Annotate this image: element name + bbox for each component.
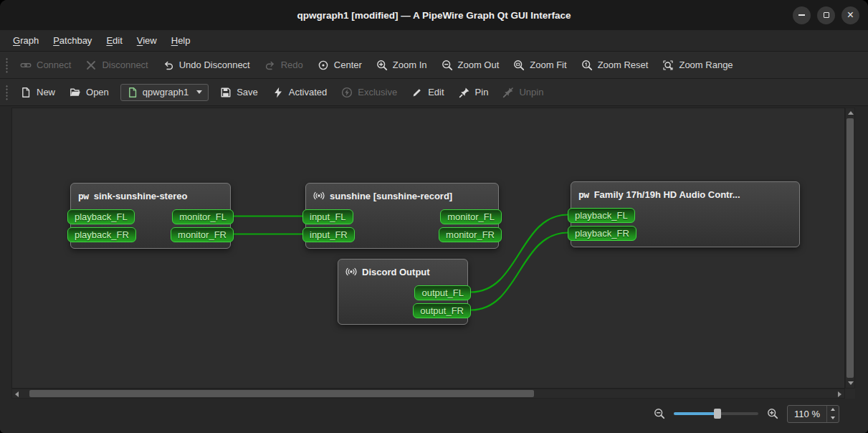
menu-graph[interactable]: Graph: [6, 30, 46, 51]
vertical-scroll-track[interactable]: [846, 118, 854, 379]
port-output_FR[interactable]: output_FR: [413, 303, 471, 318]
port-monitor_FL[interactable]: monitor_FL: [440, 209, 502, 224]
node-title-text: sink-sunshine-stereo: [94, 191, 188, 201]
node-discord[interactable]: Discord Outputoutput_FLoutput_FR: [338, 259, 468, 325]
maximize-icon: [824, 12, 829, 18]
zoom-slider-handle[interactable]: [714, 409, 721, 419]
port-output_FL[interactable]: output_FL: [414, 285, 471, 300]
horizontal-scroll-track[interactable]: [22, 389, 835, 398]
minimize-icon: [798, 14, 805, 16]
zoom-out-icon: [442, 60, 453, 71]
toolbar-item-label: Zoom Reset: [598, 60, 649, 70]
toolbar-item-label: Open: [86, 87, 109, 97]
menu-label: Edit: [106, 35, 122, 46]
node-family[interactable]: pwFamily 17h/19h HD Audio Contr...playba…: [571, 181, 800, 247]
toolbar-item-redo: Redo: [259, 56, 309, 75]
pipewire-icon: pw: [578, 189, 589, 200]
minimize-button[interactable]: [793, 6, 811, 24]
app-window: qpwgraph1 [modified] — A PipeWire Graph …: [0, 0, 868, 433]
redo-icon: [264, 60, 276, 71]
toolbar-item-label: Center: [334, 60, 362, 70]
toolbar-item-open[interactable]: Open: [64, 83, 115, 102]
maximize-button[interactable]: [817, 6, 835, 24]
port-row: playback_FLmonitor_FL: [71, 208, 230, 226]
port-row: input_FLmonitor_FL: [306, 208, 498, 226]
port-row: playback_FR: [571, 224, 799, 242]
zoom-slider[interactable]: [674, 407, 758, 420]
toolbar-item-label: New: [37, 87, 55, 97]
scroll-up-arrow[interactable]: [846, 108, 855, 118]
toolbar-item-edit[interactable]: Edit: [406, 83, 449, 102]
zoom-spinbox[interactable]: 110 %: [787, 405, 839, 423]
node-layer: pwsink-sunshine-stereoplayback_FLmonitor…: [12, 108, 844, 388]
toolbar-item-new[interactable]: New: [14, 83, 61, 102]
toolbar-item-zoom-range[interactable]: Zoom Range: [657, 56, 738, 75]
toolbar-item-label: Connect: [37, 60, 71, 70]
menu-help[interactable]: Help: [164, 30, 198, 51]
zoom-decrease-button[interactable]: [827, 414, 839, 422]
scroll-down-arrow[interactable]: [846, 379, 855, 388]
port-monitor_FR[interactable]: monitor_FR: [171, 227, 234, 242]
node-title: pwsink-sunshine-stereo: [71, 184, 230, 208]
close-button[interactable]: ×: [841, 6, 859, 24]
speaker-icon: [313, 190, 325, 201]
node-title-text: sunshine [sunshine-record]: [330, 191, 452, 201]
port-playback_FL[interactable]: playback_FL: [568, 208, 635, 223]
toolbar-item-label: Edit: [428, 87, 444, 97]
node-title-text: Family 17h/19h HD Audio Contr...: [594, 189, 740, 200]
vertical-scrollbar[interactable]: [845, 108, 855, 389]
menu-patchbay[interactable]: Patchbay: [46, 30, 99, 51]
toolbar-item-center[interactable]: Center: [312, 56, 368, 75]
port-input_FL[interactable]: input_FL: [302, 209, 353, 224]
toolbar-item-zoom-out[interactable]: Zoom Out: [436, 56, 505, 75]
node-sunshine[interactable]: sunshine [sunshine-record]input_FLmonito…: [305, 183, 499, 249]
toolbar-item-zoom-reset[interactable]: Zoom Reset: [576, 56, 654, 75]
toolbar-item-activated[interactable]: Activated: [267, 83, 333, 102]
toolbar-item-label: Zoom In: [393, 60, 427, 70]
toolbar-grip[interactable]: [5, 85, 9, 100]
connect-icon: [20, 60, 32, 71]
scroll-left-arrow[interactable]: [12, 389, 22, 399]
toolbar-item-zoom-fit[interactable]: Zoom Fit: [507, 56, 572, 75]
zoom-in-icon[interactable]: [767, 408, 778, 419]
menubar: GraphPatchbayEditViewHelp: [0, 30, 868, 52]
exclusive-icon: [341, 87, 353, 98]
toolbar-item-label: Save: [237, 87, 258, 97]
node-title-text: Discord Output: [362, 267, 430, 277]
toolbar-item-patchbay-combo[interactable]: qpwgraph1: [120, 84, 209, 101]
scrollbar-corner: [845, 389, 855, 399]
graph-canvas[interactable]: pwsink-sunshine-stereoplayback_FLmonitor…: [11, 108, 845, 389]
node-sink[interactable]: pwsink-sunshine-stereoplayback_FLmonitor…: [70, 183, 231, 249]
zoom-value: 110 %: [788, 406, 826, 422]
horizontal-scroll-thumb[interactable]: [29, 390, 534, 397]
toolbar-item-zoom-in[interactable]: Zoom In: [371, 56, 433, 75]
port-playback_FR[interactable]: playback_FR: [67, 227, 136, 242]
close-icon: ×: [847, 9, 854, 21]
combo-value: qpwgraph1: [143, 87, 189, 97]
port-playback_FR[interactable]: playback_FR: [568, 226, 636, 241]
zoom-increase-button[interactable]: [827, 406, 839, 414]
toolbar-item-label: Activated: [289, 87, 327, 97]
open-icon: [70, 87, 81, 98]
toolbar-item-pin[interactable]: Pin: [453, 83, 495, 102]
titlebar[interactable]: qpwgraph1 [modified] — A PipeWire Graph …: [0, 0, 868, 30]
save-icon: [220, 87, 232, 98]
port-monitor_FL[interactable]: monitor_FL: [172, 209, 234, 224]
menu-view[interactable]: View: [130, 30, 164, 51]
scroll-right-arrow[interactable]: [835, 389, 844, 399]
toolbar-item-label: Disconnect: [102, 60, 148, 70]
horizontal-scrollbar[interactable]: [11, 389, 845, 399]
port-monitor_FR[interactable]: monitor_FR: [439, 227, 502, 242]
port-playback_FL[interactable]: playback_FL: [67, 209, 135, 224]
toolbar-item-undo-disconnect[interactable]: Undo Disconnect: [157, 56, 256, 75]
toolbar-item-label: Pin: [475, 87, 489, 97]
port-row: output_FR: [338, 302, 467, 320]
menu-edit[interactable]: Edit: [99, 30, 129, 51]
port-row: output_FL: [338, 284, 467, 302]
port-input_FR[interactable]: input_FR: [302, 227, 355, 242]
toolbar-grip[interactable]: [5, 57, 9, 73]
menu-label: Patchbay: [53, 35, 92, 46]
vertical-scroll-thumb[interactable]: [846, 118, 854, 378]
zoom-out-icon[interactable]: [654, 408, 665, 419]
toolbar-item-save[interactable]: Save: [214, 83, 264, 102]
